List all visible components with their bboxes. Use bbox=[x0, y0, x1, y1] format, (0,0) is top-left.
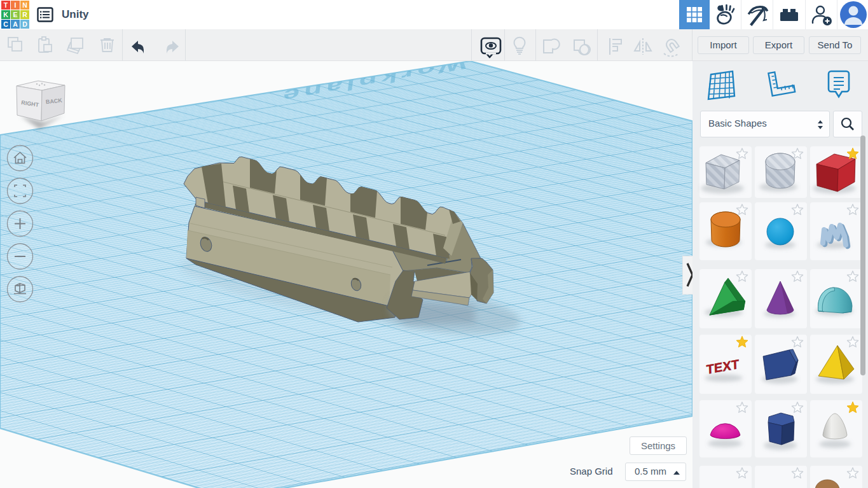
svg-text:TEXT: TEXT bbox=[706, 357, 740, 377]
